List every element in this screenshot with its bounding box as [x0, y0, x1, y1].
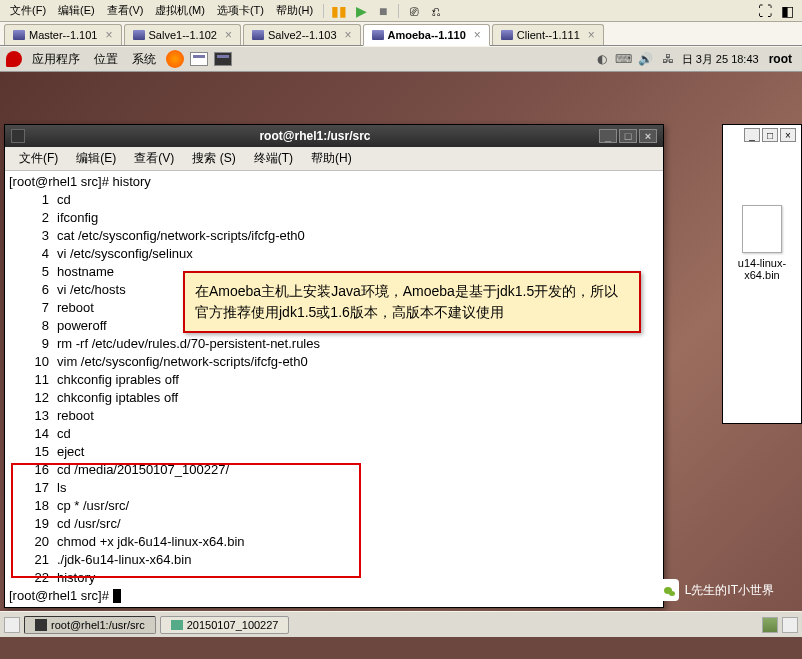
terminal-prompt: [root@rhel1 src]# [9, 587, 659, 605]
vm-tab-salve1[interactable]: Salve1--1.102× [124, 24, 242, 45]
terminal-title: root@rhel1:/usr/src [31, 129, 599, 143]
terminal-icon [11, 129, 25, 143]
vm-menu-file[interactable]: 文件(F) [4, 1, 52, 20]
redhat-icon[interactable] [6, 51, 22, 67]
workspace-1[interactable] [762, 617, 778, 633]
desktop: u14-linux-x64.bin _ □ × root@rhel1:/usr/… [0, 72, 802, 637]
close-button[interactable]: × [780, 128, 796, 142]
updates-icon[interactable]: ◐ [594, 51, 610, 67]
separator [323, 4, 324, 18]
snapshot-icon[interactable]: ⎚ [405, 2, 423, 20]
terminal-line: 2ifconfig [9, 209, 659, 227]
volume-icon[interactable]: 🔊 [638, 51, 654, 67]
vm-icon [13, 30, 25, 40]
gnome-places-menu[interactable]: 位置 [90, 49, 122, 70]
vm-icon [252, 30, 264, 40]
vm-tab-salve2[interactable]: Salve2--1.103× [243, 24, 361, 45]
term-menu-view[interactable]: 查看(V) [126, 148, 182, 169]
snapshot-mgr-icon[interactable]: ⎌ [427, 2, 445, 20]
minimize-button[interactable]: _ [744, 128, 760, 142]
vm-tab-client[interactable]: Client--1.111× [492, 24, 604, 45]
stop-icon[interactable]: ■ [374, 2, 392, 20]
show-desktop-icon[interactable] [4, 617, 20, 633]
terminal-line: 22history [9, 569, 659, 587]
file-icon[interactable] [742, 205, 782, 253]
close-icon[interactable]: × [345, 28, 352, 42]
minimize-button[interactable]: _ [599, 129, 617, 143]
folder-icon [171, 620, 183, 630]
terminal-line: 18cp * /usr/src/ [9, 497, 659, 515]
terminal-launcher-icon[interactable] [214, 52, 232, 66]
term-menu-help[interactable]: 帮助(H) [303, 148, 360, 169]
vm-menu-view[interactable]: 查看(V) [101, 1, 150, 20]
close-icon[interactable]: × [105, 28, 112, 42]
play-icon[interactable]: ▶ [352, 2, 370, 20]
close-button[interactable]: × [639, 129, 657, 143]
pause-icon[interactable]: ▮▮ [330, 2, 348, 20]
term-menu-terminal[interactable]: 终端(T) [246, 148, 301, 169]
close-icon[interactable]: × [474, 28, 481, 42]
terminal-line: 21./jdk-6u14-linux-x64.bin [9, 551, 659, 569]
watermark: L先生的IT小世界 [657, 579, 774, 601]
terminal-line: 4vi /etc/sysconfig/selinux [9, 245, 659, 263]
taskbar-label: 20150107_100227 [187, 619, 279, 631]
filemgr-window-controls: _ □ × [744, 128, 796, 142]
terminal-titlebar[interactable]: root@rhel1:/usr/src _ □ × [5, 125, 663, 147]
user-menu[interactable]: root [765, 50, 796, 68]
vm-icon [501, 30, 513, 40]
cursor [113, 589, 121, 603]
taskbar-label: root@rhel1:/usr/src [51, 619, 145, 631]
vm-icon [133, 30, 145, 40]
gnome-top-panel: 应用程序 位置 系统 ◐ ⌨ 🔊 🖧 日 3月 25 18:43 root [0, 46, 802, 72]
vm-menu-edit[interactable]: 编辑(E) [52, 1, 101, 20]
vm-menu-vm[interactable]: 虚拟机(M) [149, 1, 211, 20]
terminal-line: [root@rhel1 src]# history [9, 173, 659, 191]
maximize-button[interactable]: □ [619, 129, 637, 143]
terminal-line: 1cd [9, 191, 659, 209]
gnome-system-menu[interactable]: 系统 [128, 49, 160, 70]
fullscreen-icon[interactable]: ⛶ [756, 2, 774, 20]
close-icon[interactable]: × [588, 28, 595, 42]
gnome-bottom-panel: root@rhel1:/usr/src 20150107_100227 [0, 611, 802, 637]
maximize-button[interactable]: □ [762, 128, 778, 142]
keyboard-icon[interactable]: ⌨ [616, 51, 632, 67]
terminal-line: 14cd [9, 425, 659, 443]
vmware-menubar: 文件(F) 编辑(E) 查看(V) 虚拟机(M) 选项卡(T) 帮助(H) ▮▮… [0, 0, 802, 22]
term-menu-search[interactable]: 搜索 (S) [184, 148, 243, 169]
tab-label: Salve1--1.102 [149, 29, 218, 41]
firefox-icon[interactable] [166, 50, 184, 68]
workspace-2[interactable] [782, 617, 798, 633]
taskbar-item-folder[interactable]: 20150107_100227 [160, 616, 290, 634]
nautilus-icon[interactable] [190, 52, 208, 66]
close-icon[interactable]: × [225, 28, 232, 42]
network-icon[interactable]: 🖧 [660, 51, 676, 67]
terminal-menubar: 文件(F) 编辑(E) 查看(V) 搜索 (S) 终端(T) 帮助(H) [5, 147, 663, 171]
vm-menu-help[interactable]: 帮助(H) [270, 1, 319, 20]
terminal-line: 10vim /etc/sysconfig/network-scripts/ifc… [9, 353, 659, 371]
terminal-line: 16cd /media/20150107_100227/ [9, 461, 659, 479]
taskbar-item-terminal[interactable]: root@rhel1:/usr/src [24, 616, 156, 634]
terminal-line: 13reboot [9, 407, 659, 425]
terminal-icon [35, 619, 47, 631]
vm-icon [372, 30, 384, 40]
terminal-line: 19cd /usr/src/ [9, 515, 659, 533]
background-file-manager[interactable]: u14-linux-x64.bin [722, 124, 802, 424]
gnome-apps-menu[interactable]: 应用程序 [28, 49, 84, 70]
file-label: u14-linux-x64.bin [723, 257, 801, 281]
vm-tab-amoeba[interactable]: Amoeba--1.110× [363, 24, 490, 46]
clock[interactable]: 日 3月 25 18:43 [682, 52, 759, 67]
terminal-line: 17ls [9, 479, 659, 497]
tab-label: Master--1.101 [29, 29, 97, 41]
terminal-line: 3cat /etc/sysconfig/network-scripts/ifcf… [9, 227, 659, 245]
term-menu-edit[interactable]: 编辑(E) [68, 148, 124, 169]
unity-icon[interactable]: ◧ [778, 2, 796, 20]
vm-menu-tabs[interactable]: 选项卡(T) [211, 1, 270, 20]
vm-tab-master[interactable]: Master--1.101× [4, 24, 122, 45]
tab-label: Client--1.111 [517, 29, 580, 41]
separator [398, 4, 399, 18]
callout-note: 在Amoeba主机上安装Java环境，Amoeba是基于jdk1.5开发的，所以… [183, 271, 641, 333]
terminal-body[interactable]: [root@rhel1 src]# history 1cd2ifconfig3c… [5, 171, 663, 607]
term-menu-file[interactable]: 文件(F) [11, 148, 66, 169]
terminal-line: 20chmod +x jdk-6u14-linux-x64.bin [9, 533, 659, 551]
tab-label: Salve2--1.103 [268, 29, 337, 41]
